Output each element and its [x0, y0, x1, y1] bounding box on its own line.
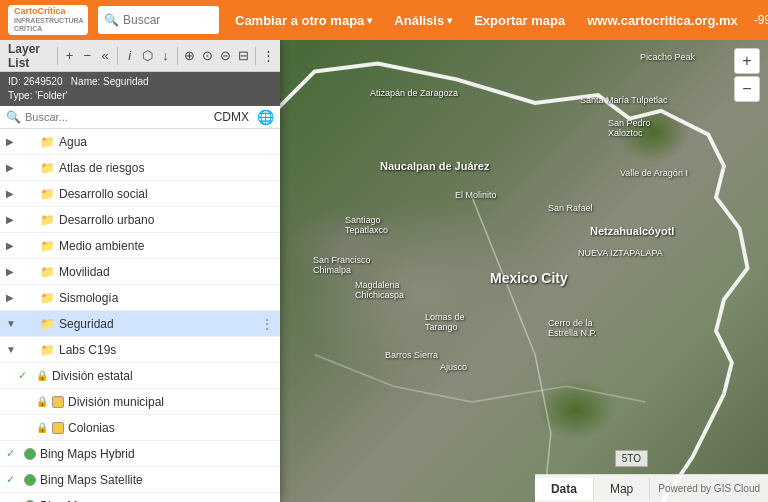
layer-name: División municipal [68, 395, 274, 409]
chevron-down-icon: ▾ [367, 15, 372, 26]
list-item-labs[interactable]: ▼ 📁 Labs C19s [0, 337, 280, 363]
extent-button[interactable]: ⊟ [236, 45, 252, 67]
layer-name-val: Name: Seguridad [71, 76, 149, 87]
tab-map[interactable]: Map [594, 478, 650, 500]
list-item[interactable]: ▶ 📁 Agua [0, 129, 280, 155]
toolbar-separator-4 [255, 47, 256, 65]
expand-icon[interactable]: ▼ [6, 344, 18, 355]
nav-website[interactable]: www.cartocritica.org.mx [581, 11, 744, 30]
layer-color-swatch [24, 448, 36, 460]
map-area: Naucalpan de Juárez Mexico City Netzahua… [0, 40, 768, 502]
layer-name: Bing Maps Hybrid [40, 447, 274, 461]
expand-icon[interactable]: ▶ [6, 214, 18, 225]
bottom-bar: Data Map Powered by GIS Cloud [535, 474, 768, 502]
tab-map-label: Map [610, 482, 633, 496]
zoom-in-button[interactable]: + [734, 48, 760, 74]
layer-name: Bing Maps [40, 499, 274, 503]
nav-cambiar[interactable]: Cambiar a otro mapa ▾ [229, 11, 378, 30]
search-bar[interactable]: 🔍 [98, 6, 219, 34]
search-icon-layer: 🔍 [6, 110, 21, 124]
list-item[interactable]: ▶ 📁 Medio ambiente [0, 233, 280, 259]
check-icon: ✓ [6, 473, 20, 486]
lock-icon: 🔒 [36, 370, 48, 381]
expand-icon[interactable]: ▼ [6, 318, 18, 329]
upload-button[interactable]: ↓ [158, 45, 174, 67]
nav-analisis[interactable]: Análisis ▾ [388, 11, 458, 30]
zoom-in-button[interactable]: ⊙ [200, 45, 216, 67]
list-item[interactable]: ▶ 📁 Sismología [0, 285, 280, 311]
layer-type: Type: 'Folder' [8, 90, 67, 101]
powered-by-label: Powered by GIS Cloud [650, 479, 768, 498]
search-icon: 🔍 [104, 13, 119, 27]
zoom-out-button[interactable]: ⊝ [218, 45, 234, 67]
info-button[interactable]: i [122, 45, 138, 67]
expand-icon[interactable]: ▶ [6, 162, 18, 173]
collapse-button[interactable]: « [97, 45, 113, 67]
tab-data[interactable]: Data [535, 478, 594, 500]
list-item-colonias[interactable]: 🔒 Colonias [0, 415, 280, 441]
layer-list: ▶ 📁 Agua ▶ 📁 Atlas de riesgos ▶ 📁 Desarr… [0, 129, 280, 502]
list-item[interactable]: ▶ 📁 Desarrollo urbano [0, 207, 280, 233]
layer-search-input[interactable] [25, 111, 206, 123]
toolbar-separator-2 [117, 47, 118, 65]
chevron-down-icon: ▾ [447, 15, 452, 26]
list-item-seguridad[interactable]: ▼ 📁 Seguridad ⋮ [0, 311, 280, 337]
list-item[interactable]: ▶ 📁 Movilidad [0, 259, 280, 285]
list-item[interactable]: ▶ 📁 Desarrollo social [0, 181, 280, 207]
list-item-bing-satellite[interactable]: ✓ Bing Maps Satellite [0, 467, 280, 493]
folder-icon: 📁 [40, 187, 55, 201]
folder-icon: 📁 [40, 239, 55, 253]
zoom-to-button[interactable]: ⊕ [182, 45, 198, 67]
layer-name-labs: Labs C19s [59, 343, 274, 357]
cdmx-label: CDMX [210, 110, 253, 124]
folder-icon: 📁 [40, 317, 55, 331]
lock-icon: 🔒 [36, 422, 48, 433]
list-item[interactable]: ▶ 📁 Atlas de riesgos [0, 155, 280, 181]
folder-icon: 📁 [40, 291, 55, 305]
folder-icon: 📁 [40, 161, 55, 175]
list-item-division-municipal[interactable]: 🔒 División municipal [0, 389, 280, 415]
folder-icon: 📁 [40, 265, 55, 279]
check-icon: ✓ [18, 369, 32, 382]
nav-exportar[interactable]: Exportar mapa [468, 11, 571, 30]
layer-name: Colonias [68, 421, 274, 435]
folder-icon: 📁 [40, 135, 55, 149]
layer-name: Sismología [59, 291, 274, 305]
add-layer-button[interactable]: + [62, 45, 78, 67]
logo: CartoCrítica INFRAESTRUCTURA CRÍTICA [8, 5, 88, 34]
layer-name: Desarrollo urbano [59, 213, 274, 227]
layer-name: Bing Maps Satellite [40, 473, 274, 487]
layer-search-row: 🔍 CDMX 🌐 [0, 106, 280, 129]
globe-icon: 🌐 [257, 109, 274, 125]
expand-icon[interactable]: ▶ [6, 240, 18, 251]
layer-name-info [65, 76, 68, 87]
layer-name: Agua [59, 135, 274, 149]
expand-icon[interactable]: ▶ [6, 292, 18, 303]
layer-info-row: ID: 2649520 Name: Seguridad Type: 'Folde… [0, 72, 280, 106]
expand-icon[interactable]: ▶ [6, 266, 18, 277]
logo-text-line1: CartoCrítica [14, 7, 83, 17]
list-item-division-estatal[interactable]: ✓ 🔒 División estatal [0, 363, 280, 389]
layer-name: Desarrollo social [59, 187, 274, 201]
expand-icon[interactable]: ▶ [6, 188, 18, 199]
expand-icon[interactable]: ▶ [6, 136, 18, 147]
layer-name-seguridad: Seguridad [59, 317, 256, 331]
zoom-out-button[interactable]: − [734, 76, 760, 102]
list-item-bing-hybrid[interactable]: ✓ Bing Maps Hybrid [0, 441, 280, 467]
search-input[interactable] [123, 13, 213, 27]
logo-text-line2: INFRAESTRUCTURA CRÍTICA [14, 17, 83, 32]
navbar: CartoCrítica INFRAESTRUCTURA CRÍTICA 🔍 C… [0, 0, 768, 40]
layer-toolbar: Layer List + − « i ⬡ ↓ ⊕ ⊙ ⊝ ⊟ ⋮ [0, 40, 280, 72]
check-icon: ✓ [6, 447, 20, 460]
scale-bar: 5TO [615, 450, 648, 467]
zoom-controls: + − [734, 48, 760, 102]
list-item-bing-maps[interactable]: ✓ Bing Maps [0, 493, 280, 502]
layer-color-swatch [24, 474, 36, 486]
remove-layer-button[interactable]: − [79, 45, 95, 67]
tab-data-label: Data [551, 482, 577, 496]
more-button[interactable]: ⋮ [260, 45, 276, 67]
toolbar-separator [57, 47, 58, 65]
layer-color-swatch [52, 396, 64, 408]
layer-menu-icon[interactable]: ⋮ [260, 316, 274, 332]
layer-type-button[interactable]: ⬡ [140, 45, 156, 67]
